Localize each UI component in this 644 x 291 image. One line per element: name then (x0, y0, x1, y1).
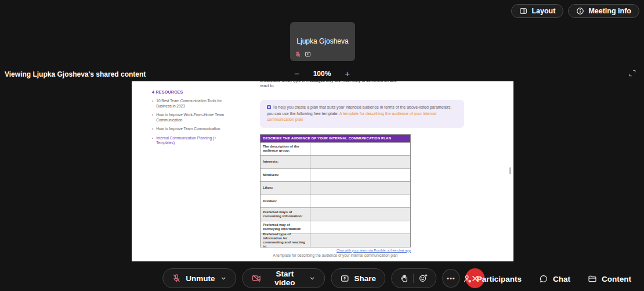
row-label: Interests: (261, 156, 310, 168)
row-value-cell (310, 169, 410, 182)
resource-link-label: Internal Communication Planning (+ Templ… (156, 136, 226, 146)
share-button[interactable]: Share (331, 268, 385, 288)
fullscreen-expand-icon (628, 69, 636, 77)
article-main: understand which type of messages they a… (260, 81, 464, 257)
zoom-out-button[interactable]: − (294, 69, 299, 78)
bottom-toolbar: Unmute Start video Share (0, 262, 644, 291)
call-controls: Unmute Start video Share (162, 268, 484, 288)
table-row: Preferred type of information for commen… (261, 233, 410, 247)
folder-icon (588, 274, 597, 283)
resource-link-label: 10 Best Team Communication Tools for Bus… (156, 99, 226, 109)
start-video-label: Start video (266, 270, 304, 287)
share-label: Share (354, 274, 376, 283)
table-row: Preferred way of conveying information: (261, 221, 410, 234)
chat-button[interactable]: Chat (539, 274, 570, 283)
pumble-link[interactable]: Chat with your team via Pumble, a free c… (260, 249, 411, 252)
table-row: Interests: (261, 155, 410, 168)
resource-link-current[interactable]: Internal Communication Planning (+ Templ… (152, 136, 226, 146)
resource-link[interactable]: 10 Best Team Communication Tools for Bus… (152, 99, 226, 109)
row-value-cell (310, 182, 410, 195)
zoom-controls: − 100% + (0, 69, 644, 78)
resources-sidebar: 4 RESOURCES 10 Best Team Communication T… (152, 90, 226, 150)
participants-label: Participants (477, 275, 522, 283)
row-value-cell (310, 234, 410, 247)
table-row: Mindsets: (261, 168, 410, 182)
reactions-button[interactable] (414, 274, 432, 283)
meeting-info-button[interactable]: Meeting info (568, 4, 639, 18)
unmute-label: Unmute (186, 274, 215, 283)
top-controls: Layout Meeting info (511, 4, 639, 18)
row-label: The description of the audience group: (261, 143, 310, 156)
layout-icon (519, 7, 527, 15)
table-row: Likes: (261, 181, 410, 195)
row-value-cell (310, 208, 410, 221)
row-label: Dislikes: (261, 195, 310, 208)
mic-off-icon (172, 274, 181, 283)
start-video-button[interactable]: Start video (243, 268, 325, 288)
table-row: Dislikes: (261, 195, 410, 208)
participant-tile[interactable]: Ljupka Gjosheva (290, 22, 355, 61)
fullscreen-expand-button[interactable] (628, 69, 636, 77)
table-caption: A template for describing the audience o… (260, 253, 411, 257)
layout-label: Layout (531, 7, 555, 15)
row-label: Preferred type of information for commen… (261, 234, 310, 247)
template-callout: To help you create a plan that suits you… (260, 100, 464, 128)
resource-link-label: How to Improve Work-From-Home Team Commu… (156, 113, 226, 123)
resource-link-label: How to Improve Team Communication (156, 127, 220, 132)
table-title: DESCRIBE THE AUDIENCE OF YOUR INTERNAL C… (261, 135, 410, 142)
meeting-info-label: Meeting info (588, 7, 631, 15)
audience-table: DESCRIBE THE AUDIENCE OF YOUR INTERNAL C… (260, 134, 411, 247)
smiley-plus-icon (418, 274, 428, 283)
video-off-icon (252, 274, 262, 283)
share-screen-icon (340, 274, 349, 283)
info-icon (576, 7, 584, 15)
paragraph-tail: react to. (260, 83, 464, 88)
table-row: Preferred ways of consuming information: (261, 207, 410, 221)
scrollbar-thumb[interactable] (509, 167, 511, 174)
row-value-cell (310, 221, 410, 234)
screen-share-indicator-icon (304, 51, 312, 58)
participants-button[interactable]: Participants (463, 274, 522, 283)
table-row: The description of the audience group: (261, 142, 410, 156)
hand-icon (400, 274, 408, 283)
raise-hand-button[interactable] (395, 274, 413, 283)
resource-link[interactable]: How to Improve Work-From-Home Team Commu… (152, 113, 226, 123)
zoom-in-button[interactable]: + (345, 69, 350, 78)
unmute-button[interactable]: Unmute (162, 268, 236, 288)
video-options-chevron[interactable] (309, 275, 316, 282)
resources-heading: 4 RESOURCES (152, 90, 226, 94)
participant-name: Ljupka Gjosheva (290, 37, 355, 45)
row-label: Likes: (261, 182, 310, 195)
person-icon (463, 274, 472, 283)
row-value-cell (310, 143, 410, 156)
content-label: Content (602, 275, 631, 283)
more-options-label: ••• (447, 275, 455, 282)
resource-link[interactable]: How to Improve Team Communication (152, 127, 226, 132)
row-label: Mindsets: (261, 169, 310, 182)
more-options-button[interactable]: ••• (442, 269, 460, 288)
reactions-pill (391, 268, 436, 288)
participant-status-icons (295, 51, 312, 58)
shared-content: 4 RESOURCES 10 Best Team Communication T… (132, 81, 513, 261)
row-label: Preferred ways of consuming information: (261, 208, 310, 221)
chat-label: Chat (553, 275, 570, 283)
row-value-cell (310, 195, 410, 208)
zoom-level: 100% (313, 70, 331, 78)
chat-bubble-icon (539, 274, 548, 283)
mic-off-icon (295, 51, 301, 58)
layout-button[interactable]: Layout (511, 4, 563, 18)
panel-buttons: Participants Chat Content (463, 274, 631, 283)
template-icon (267, 105, 271, 109)
unmute-options-chevron[interactable] (220, 275, 227, 282)
row-value-cell (310, 156, 410, 168)
content-button[interactable]: Content (588, 274, 631, 283)
